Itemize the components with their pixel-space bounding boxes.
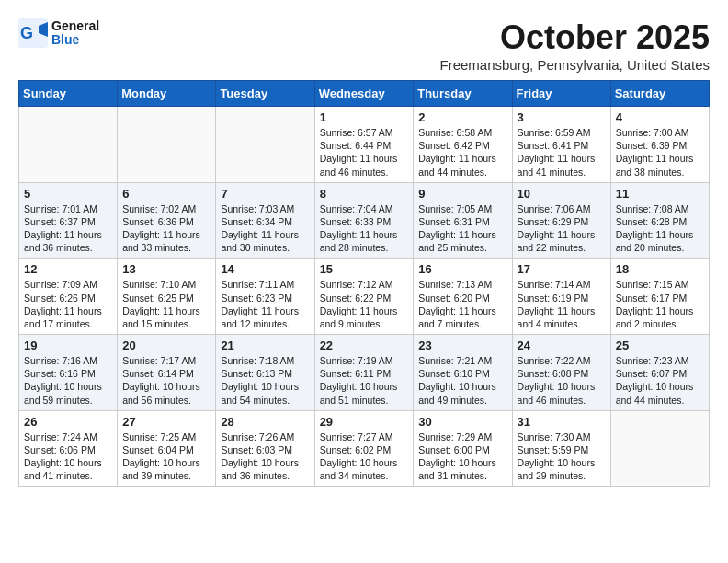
calendar-day-cell: 19Sunrise: 7:16 AMSunset: 6:16 PMDayligh…: [19, 335, 118, 411]
day-info: Sunrise: 7:11 AMSunset: 6:23 PMDaylight:…: [221, 278, 309, 330]
day-number: 3: [518, 110, 606, 124]
day-info: Sunrise: 7:06 AMSunset: 6:29 PMDaylight:…: [518, 202, 606, 255]
calendar-day-cell: 3Sunrise: 6:59 AMSunset: 6:41 PMDaylight…: [512, 107, 610, 183]
calendar-day-cell: 6Sunrise: 7:02 AMSunset: 6:36 PMDaylight…: [118, 182, 216, 259]
day-info: Sunrise: 7:22 AMSunset: 6:08 PMDaylight:…: [518, 354, 606, 407]
day-number: 23: [418, 339, 506, 352]
day-info: Sunrise: 7:15 AMSunset: 6:17 PMDaylight:…: [616, 278, 704, 330]
weekday-header: Sunday: [19, 81, 118, 107]
day-info: Sunrise: 6:57 AMSunset: 6:44 PMDaylight:…: [320, 126, 409, 178]
day-number: 24: [518, 339, 606, 352]
day-number: 19: [24, 339, 112, 352]
day-info: Sunrise: 7:30 AMSunset: 5:59 PMDaylight:…: [518, 431, 606, 483]
day-info: Sunrise: 7:17 AMSunset: 6:14 PMDaylight:…: [122, 354, 210, 407]
day-number: 21: [221, 339, 309, 352]
day-info: Sunrise: 7:29 AMSunset: 6:00 PMDaylight:…: [418, 431, 506, 483]
logo-general: General: [51, 18, 99, 33]
day-info: Sunrise: 6:58 AMSunset: 6:42 PMDaylight:…: [418, 126, 506, 178]
weekday-header: Tuesday: [216, 81, 314, 107]
calendar-day-cell: 14Sunrise: 7:11 AMSunset: 6:23 PMDayligh…: [216, 259, 314, 335]
day-info: Sunrise: 7:00 AMSunset: 6:39 PMDaylight:…: [616, 126, 704, 178]
day-info: Sunrise: 7:09 AMSunset: 6:26 PMDaylight:…: [24, 278, 112, 330]
calendar-day-cell: 2Sunrise: 6:58 AMSunset: 6:42 PMDaylight…: [414, 107, 512, 183]
day-info: Sunrise: 7:04 AMSunset: 6:33 PMDaylight:…: [320, 202, 409, 255]
day-number: 10: [518, 187, 606, 201]
weekday-header: Saturday: [610, 81, 709, 107]
calendar-week-row: 5Sunrise: 7:01 AMSunset: 6:37 PMDaylight…: [19, 182, 710, 259]
calendar-day-cell: 27Sunrise: 7:25 AMSunset: 6:04 PMDayligh…: [118, 410, 216, 487]
day-info: Sunrise: 7:05 AMSunset: 6:31 PMDaylight:…: [418, 202, 506, 255]
calendar-day-cell: 18Sunrise: 7:15 AMSunset: 6:17 PMDayligh…: [610, 259, 709, 335]
calendar-day-cell: 24Sunrise: 7:22 AMSunset: 6:08 PMDayligh…: [512, 335, 610, 411]
calendar-day-cell: 28Sunrise: 7:26 AMSunset: 6:03 PMDayligh…: [216, 410, 314, 487]
day-number: 31: [518, 415, 606, 429]
day-info: Sunrise: 7:14 AMSunset: 6:19 PMDaylight:…: [518, 278, 606, 330]
day-info: Sunrise: 7:03 AMSunset: 6:34 PMDaylight:…: [221, 202, 309, 255]
title-section: October 2025 Freemansburg, Pennsylvania,…: [440, 18, 711, 73]
location-title: Freemansburg, Pennsylvania, United State…: [440, 57, 711, 73]
calendar-week-row: 12Sunrise: 7:09 AMSunset: 6:26 PMDayligh…: [19, 259, 710, 335]
calendar-day-cell: 20Sunrise: 7:17 AMSunset: 6:14 PMDayligh…: [118, 335, 216, 411]
day-info: Sunrise: 7:10 AMSunset: 6:25 PMDaylight:…: [122, 278, 210, 330]
day-number: 6: [122, 187, 210, 201]
day-info: Sunrise: 7:24 AMSunset: 6:06 PMDaylight:…: [24, 431, 112, 483]
day-number: 22: [320, 339, 409, 352]
day-info: Sunrise: 7:25 AMSunset: 6:04 PMDaylight:…: [122, 431, 210, 483]
calendar-table: SundayMondayTuesdayWednesdayThursdayFrid…: [18, 80, 710, 487]
calendar-week-row: 19Sunrise: 7:16 AMSunset: 6:16 PMDayligh…: [19, 335, 710, 411]
calendar-day-cell: 29Sunrise: 7:27 AMSunset: 6:02 PMDayligh…: [314, 410, 414, 487]
day-number: 4: [616, 110, 704, 124]
day-number: 18: [616, 262, 704, 276]
calendar-day-cell: 21Sunrise: 7:18 AMSunset: 6:13 PMDayligh…: [216, 335, 314, 411]
day-info: Sunrise: 7:19 AMSunset: 6:11 PMDaylight:…: [320, 354, 409, 407]
calendar-day-cell: 7Sunrise: 7:03 AMSunset: 6:34 PMDaylight…: [216, 182, 314, 259]
calendar-day-cell: 26Sunrise: 7:24 AMSunset: 6:06 PMDayligh…: [19, 410, 118, 487]
calendar-day-cell: 15Sunrise: 7:12 AMSunset: 6:22 PMDayligh…: [314, 259, 414, 335]
month-title: October 2025: [440, 18, 711, 57]
day-number: 30: [418, 415, 506, 429]
day-number: 9: [418, 187, 506, 201]
weekday-header: Thursday: [414, 81, 512, 107]
calendar-day-cell: 4Sunrise: 7:00 AMSunset: 6:39 PMDaylight…: [610, 107, 709, 183]
calendar-day-cell: 22Sunrise: 7:19 AMSunset: 6:11 PMDayligh…: [314, 335, 414, 411]
weekday-header: Friday: [512, 81, 610, 107]
day-number: 20: [122, 339, 210, 352]
calendar-day-cell: 25Sunrise: 7:23 AMSunset: 6:07 PMDayligh…: [610, 335, 709, 411]
calendar-day-cell: 8Sunrise: 7:04 AMSunset: 6:33 PMDaylight…: [314, 182, 414, 259]
calendar-day-cell: 1Sunrise: 6:57 AMSunset: 6:44 PMDaylight…: [314, 107, 414, 183]
day-info: Sunrise: 7:13 AMSunset: 6:20 PMDaylight:…: [418, 278, 506, 330]
logo-blue: Blue: [51, 32, 79, 47]
day-info: Sunrise: 7:27 AMSunset: 6:02 PMDaylight:…: [320, 431, 409, 483]
day-number: 29: [320, 415, 409, 429]
calendar-day-cell: 17Sunrise: 7:14 AMSunset: 6:19 PMDayligh…: [512, 259, 610, 335]
day-info: Sunrise: 7:21 AMSunset: 6:10 PMDaylight:…: [418, 354, 506, 407]
day-number: 7: [221, 187, 309, 201]
day-number: 11: [616, 187, 704, 201]
day-number: 17: [518, 262, 606, 276]
day-number: 25: [616, 339, 704, 352]
day-info: Sunrise: 7:23 AMSunset: 6:07 PMDaylight:…: [616, 354, 704, 407]
page-header: G General Blue October 2025 Freemansburg…: [18, 18, 710, 73]
day-info: Sunrise: 7:02 AMSunset: 6:36 PMDaylight:…: [122, 202, 210, 255]
day-info: Sunrise: 6:59 AMSunset: 6:41 PMDaylight:…: [518, 126, 606, 178]
calendar-day-cell: 12Sunrise: 7:09 AMSunset: 6:26 PMDayligh…: [19, 259, 118, 335]
calendar-day-cell: 31Sunrise: 7:30 AMSunset: 5:59 PMDayligh…: [512, 410, 610, 487]
day-info: Sunrise: 7:08 AMSunset: 6:28 PMDaylight:…: [616, 202, 704, 255]
calendar-week-row: 1Sunrise: 6:57 AMSunset: 6:44 PMDaylight…: [19, 107, 710, 183]
day-info: Sunrise: 7:18 AMSunset: 6:13 PMDaylight:…: [221, 354, 309, 407]
day-info: Sunrise: 7:26 AMSunset: 6:03 PMDaylight:…: [221, 431, 309, 483]
calendar-day-cell: [216, 107, 314, 183]
svg-text:G: G: [20, 24, 33, 42]
day-number: 14: [221, 262, 309, 276]
day-number: 15: [320, 262, 409, 276]
weekday-header: Wednesday: [314, 81, 414, 107]
day-number: 27: [122, 415, 210, 429]
calendar-header-row: SundayMondayTuesdayWednesdayThursdayFrid…: [19, 81, 710, 107]
calendar-week-row: 26Sunrise: 7:24 AMSunset: 6:06 PMDayligh…: [19, 410, 710, 487]
logo: G General Blue: [18, 18, 99, 48]
calendar-day-cell: 30Sunrise: 7:29 AMSunset: 6:00 PMDayligh…: [414, 410, 512, 487]
day-info: Sunrise: 7:01 AMSunset: 6:37 PMDaylight:…: [24, 202, 112, 255]
weekday-header: Monday: [118, 81, 216, 107]
calendar-day-cell: [19, 107, 118, 183]
calendar-day-cell: 13Sunrise: 7:10 AMSunset: 6:25 PMDayligh…: [118, 259, 216, 335]
